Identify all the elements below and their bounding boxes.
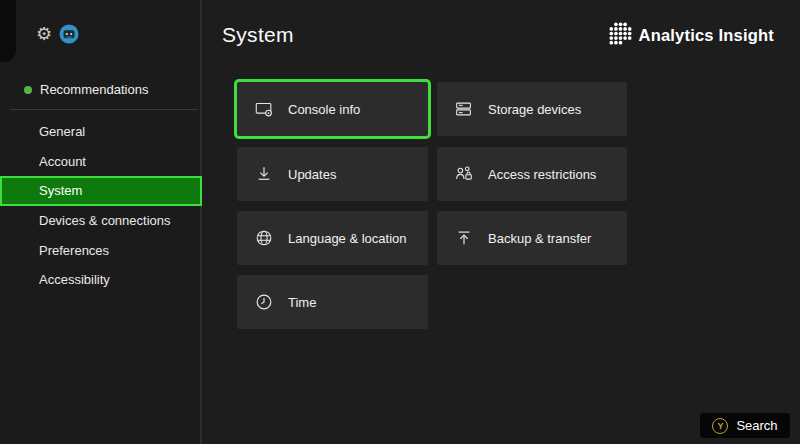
settings-gear-icon[interactable]: ⚙ <box>36 23 52 45</box>
sidebar-item-account[interactable]: Account <box>0 147 202 177</box>
people-lock-icon <box>454 164 474 184</box>
tile-updates[interactable]: Updates <box>237 147 428 201</box>
sidebar-item-preferences[interactable]: Preferences <box>0 235 202 265</box>
tile-backup-transfer[interactable]: Backup & transfer <box>437 211 627 265</box>
tile-label: Language & location <box>288 231 407 246</box>
brand-name: Analytics Insight <box>639 26 774 45</box>
sidebar-divider <box>10 109 198 110</box>
sidebar-item-accessibility[interactable]: Accessibility <box>0 265 202 295</box>
tile-access-restrictions[interactable]: Access restrictions <box>437 147 627 201</box>
storage-icon <box>454 99 474 119</box>
brand-logo: Analytics Insight <box>609 22 774 49</box>
tile-label: Access restrictions <box>488 167 596 182</box>
tile-storage-devices[interactable]: Storage devices <box>437 82 627 136</box>
y-button-icon: Y <box>712 418 728 434</box>
tile-label: Console info <box>288 102 360 117</box>
recommendations-dot-icon <box>24 86 32 94</box>
clock-icon <box>254 292 274 312</box>
page-title: System <box>222 23 294 47</box>
sidebar-menu: General Account System Devices & connect… <box>0 117 202 295</box>
sidebar-top-icons: ⚙ <box>36 23 79 45</box>
sidebar-item-devices-connections[interactable]: Devices & connections <box>0 206 202 236</box>
corner-tab-decoration <box>0 0 16 62</box>
tile-time[interactable]: Time <box>237 275 428 329</box>
tile-language-location[interactable]: Language & location <box>237 211 428 265</box>
sidebar-item-general[interactable]: General <box>0 117 202 147</box>
recommendations-label: Recommendations <box>40 82 148 97</box>
search-label: Search <box>736 418 777 433</box>
settings-sidebar: ⚙ Recommendations General Account System… <box>0 0 202 444</box>
dot-grid-logo-icon <box>609 22 632 49</box>
tile-console-info[interactable]: Console info <box>237 82 428 136</box>
recommendations-row[interactable]: Recommendations <box>24 82 148 97</box>
tile-label: Storage devices <box>488 102 581 117</box>
tile-label: Updates <box>288 167 336 182</box>
console-icon <box>254 99 274 119</box>
tile-label: Time <box>288 295 316 310</box>
globe-icon <box>254 228 274 248</box>
sidebar-item-system[interactable]: System <box>0 176 202 206</box>
download-icon <box>254 164 274 184</box>
search-button[interactable]: Y Search <box>700 413 790 438</box>
profile-avatar[interactable] <box>59 24 79 44</box>
upload-icon <box>454 228 474 248</box>
tile-label: Backup & transfer <box>488 231 591 246</box>
